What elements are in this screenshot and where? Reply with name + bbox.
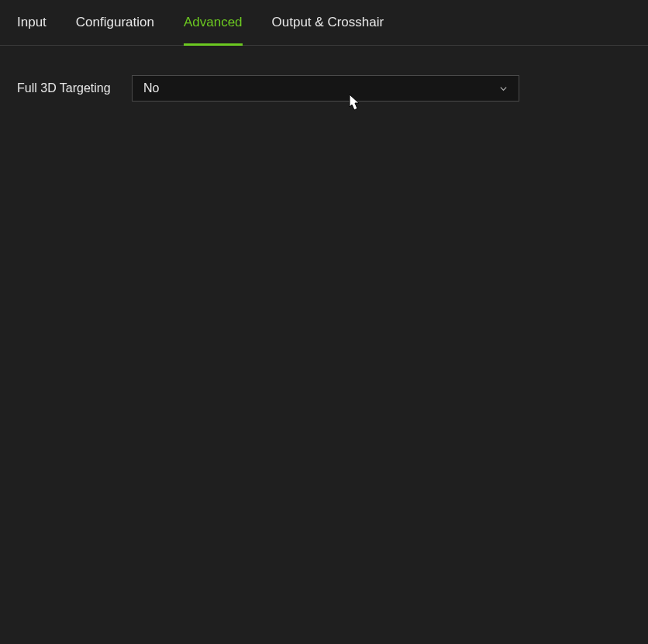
setting-row-full-3d-targeting: Full 3D Targeting No [17,75,631,102]
select-full-3d-targeting[interactable]: No [132,75,519,102]
select-value: No [143,81,159,95]
tab-advanced[interactable]: Advanced [184,0,243,46]
setting-label-full-3d-targeting: Full 3D Targeting [17,75,132,98]
content-area: Full 3D Targeting No [0,46,648,102]
tab-input[interactable]: Input [17,0,47,46]
chevron-down-icon [499,84,508,93]
tab-output-crosshair[interactable]: Output & Crosshair [272,0,384,46]
tab-configuration[interactable]: Configuration [76,0,154,46]
tab-bar: Input Configuration Advanced Output & Cr… [0,0,648,46]
setting-control-col: No [132,75,519,102]
